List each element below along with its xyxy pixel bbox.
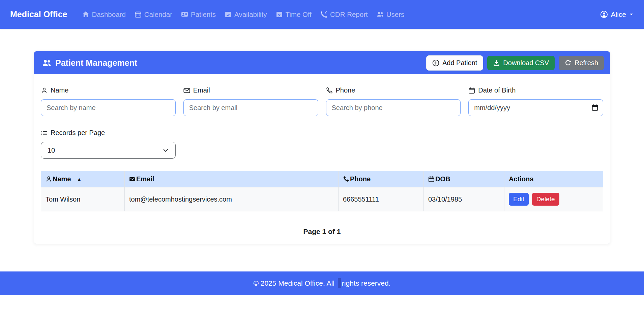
- records-per-page-select[interactable]: 10: [41, 142, 176, 159]
- refresh-button[interactable]: Refresh: [559, 56, 604, 70]
- email-label: Email: [183, 86, 318, 94]
- download-icon: [493, 59, 500, 67]
- header-actions: Add Patient Download CSV Refresh: [426, 55, 604, 71]
- nav-item-users[interactable]: Users: [377, 10, 405, 19]
- phone-label: Phone: [326, 86, 461, 94]
- people-icon: [42, 58, 51, 68]
- house-icon: [82, 11, 89, 18]
- card-title: Patient Management: [42, 58, 137, 68]
- table-header-row: Name ▲ Email Phone: [41, 171, 603, 187]
- name-label: Name: [41, 86, 176, 94]
- refresh-icon: [564, 59, 572, 67]
- delete-button[interactable]: Delete: [532, 193, 559, 206]
- column-header-name[interactable]: Name ▲: [41, 171, 125, 187]
- nav-item-dashboard[interactable]: Dashboard: [82, 10, 126, 19]
- cell-phone: 6665551111: [339, 187, 424, 211]
- cell-dob: 03/10/1985: [424, 187, 504, 211]
- user-name: Alice: [611, 10, 626, 19]
- records-per-page-block: Records per Page 10: [41, 129, 603, 159]
- phone-icon: [326, 87, 333, 94]
- edit-button[interactable]: Edit: [509, 193, 529, 206]
- filter-email: Email: [183, 86, 318, 116]
- nav-item-calendar[interactable]: Calendar: [135, 10, 172, 19]
- column-header-phone[interactable]: Phone: [339, 171, 424, 187]
- text-cursor: [338, 278, 341, 288]
- filter-phone: Phone: [326, 86, 461, 116]
- person-circle-icon: [600, 10, 608, 18]
- card-header: Patient Management Add Patient Download …: [34, 51, 610, 74]
- navbar: Medical Office Dashboard Calendar Patien…: [0, 0, 644, 29]
- brand[interactable]: Medical Office: [10, 9, 67, 19]
- person-icon: [41, 87, 48, 94]
- search-phone-input[interactable]: [326, 99, 461, 116]
- copyright-text: © 2025 Medical Office. Allrights reserve…: [253, 278, 390, 288]
- pagination-status: Page 1 of 1: [41, 228, 603, 236]
- calendar-icon: [428, 176, 435, 182]
- search-name-input[interactable]: [41, 99, 176, 116]
- footer: © 2025 Medical Office. Allrights reserve…: [0, 271, 644, 295]
- phone-fill-icon: [343, 176, 349, 182]
- calendar-picker-icon[interactable]: [591, 104, 598, 111]
- table-row: Tom Wilson tom@telecomhostingservices.co…: [41, 187, 603, 211]
- calendar-icon: [468, 87, 475, 94]
- cell-name: Tom Wilson: [41, 187, 125, 211]
- person-icon: [46, 176, 52, 182]
- calendar-x-icon: [276, 11, 283, 18]
- column-header-dob[interactable]: DOB: [424, 171, 504, 187]
- nav-item-timeoff[interactable]: Time Off: [276, 10, 312, 19]
- people-icon: [377, 11, 384, 18]
- filter-dob: Date of Birth: [468, 86, 603, 116]
- caret-down-icon: [629, 12, 634, 17]
- calendar-check-icon: [225, 11, 232, 18]
- nav-item-patients[interactable]: Patients: [181, 10, 216, 19]
- search-email-input[interactable]: [183, 99, 318, 116]
- cell-email: tom@telecomhostingservices.com: [125, 187, 339, 211]
- nav-links: Dashboard Calendar Patients Availability…: [82, 10, 405, 19]
- list-icon: [41, 130, 48, 136]
- download-csv-button[interactable]: Download CSV: [487, 56, 555, 70]
- cell-actions: Edit Delete: [504, 187, 603, 211]
- column-header-email[interactable]: Email: [125, 171, 339, 187]
- dob-label: Date of Birth: [468, 86, 603, 94]
- add-patient-button[interactable]: Add Patient: [426, 55, 483, 71]
- dob-field-wrap: [468, 99, 603, 116]
- sort-asc-icon: ▲: [77, 176, 82, 182]
- patients-table: Name ▲ Email Phone: [41, 171, 603, 211]
- phone-incoming-icon: [320, 11, 327, 18]
- filter-row: Name Email Phone: [41, 86, 603, 116]
- user-menu[interactable]: Alice: [600, 10, 634, 19]
- patient-management-card: Patient Management Add Patient Download …: [34, 51, 610, 244]
- dob-date-input[interactable]: [468, 99, 603, 116]
- plus-circle-icon: [432, 59, 439, 67]
- records-per-page-label: Records per Page: [41, 129, 603, 137]
- selected-value: 10: [48, 147, 55, 154]
- id-card-icon: [181, 11, 188, 18]
- card-body: Name Email Phone: [34, 74, 610, 244]
- column-header-actions: Actions: [504, 171, 603, 187]
- chevron-down-icon: [163, 147, 169, 154]
- nav-item-availability[interactable]: Availability: [225, 10, 267, 19]
- calendar-icon: [135, 11, 142, 18]
- envelope-fill-icon: [129, 176, 136, 182]
- filter-name: Name: [41, 86, 176, 116]
- page-title: Patient Management: [55, 58, 137, 68]
- nav-item-cdr-report[interactable]: CDR Report: [320, 10, 368, 19]
- envelope-icon: [183, 87, 190, 94]
